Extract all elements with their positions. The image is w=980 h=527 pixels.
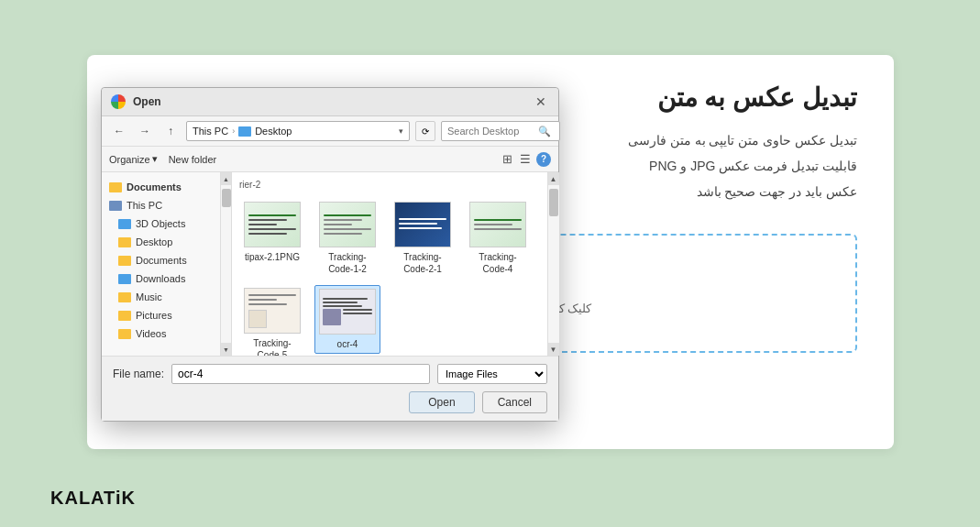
- dialog-bottom: File name: Image Files All Files Open Ca…: [102, 356, 558, 421]
- ocr4-t1: [343, 309, 372, 311]
- file-item-ocr4[interactable]: ocr-4: [314, 285, 380, 354]
- sidebar-item-desktop-label: Desktop: [136, 236, 172, 247]
- ocr4-t2: [343, 313, 372, 314]
- view-list-button[interactable]: ☰: [518, 150, 533, 168]
- tracking5-thumb-lines: [245, 291, 300, 332]
- file-thumb-tracking2: [394, 202, 451, 247]
- sidebar-item-this-pc[interactable]: This PC: [102, 196, 220, 214]
- ocr4-content: [320, 295, 375, 328]
- kalatik-logo: KALATiK: [50, 488, 136, 509]
- filename-row: File name: Image Files All Files: [113, 364, 547, 384]
- files-scroll-up[interactable]: ▲: [548, 172, 559, 185]
- desc-line3: عکس باید در جهت صحیح باشد: [697, 184, 857, 199]
- ocr4-photo-thumb: [323, 309, 341, 325]
- filename-input[interactable]: [171, 364, 430, 384]
- videos-icon: [118, 329, 131, 339]
- documents-icon: [109, 182, 122, 192]
- t2-line3: [399, 227, 442, 229]
- page-title: تبدیل عکس به متن: [657, 82, 857, 113]
- breadcrumb-folder-icon: [238, 126, 251, 137]
- file-name-ocr4: ocr-4: [337, 338, 358, 350]
- organize-toolbar: Organize ▾ New folder ⊞ ☰ ?: [102, 147, 558, 172]
- file-name-tipax: tipax-2.1PNG: [245, 251, 300, 263]
- sidebar-scrollbar: ▲ ▼: [221, 172, 232, 356]
- organize-arrow: ▾: [152, 153, 158, 165]
- new-folder-label: New folder: [169, 154, 217, 165]
- file-item-tipax[interactable]: tipax-2.1PNG: [239, 199, 305, 266]
- sidebar-item-videos[interactable]: Videos: [102, 324, 220, 343]
- filetype-select[interactable]: Image Files All Files: [437, 364, 547, 384]
- file-item-tracking4[interactable]: Tracking-Code-4: [465, 199, 531, 278]
- open-button[interactable]: Open: [409, 391, 474, 413]
- downloads-icon: [118, 274, 131, 284]
- music-icon: [118, 292, 131, 302]
- search-icon-button[interactable]: 🔍: [538, 126, 551, 137]
- files-scroll-thumb: [549, 189, 558, 216]
- nav-forward-button[interactable]: →: [135, 121, 155, 141]
- dialog-files-area: rier-2 tipax-2.1PNG: [232, 172, 547, 356]
- sidebar-item-documents-label: Documents: [127, 181, 182, 192]
- view-grid-button[interactable]: ⊞: [501, 150, 514, 168]
- open-file-dialog: Open ✕ ← → ↑ This PC › Desktop ▾ ⟳ 🔍 Org…: [101, 87, 559, 422]
- files-scroll-down[interactable]: ▼: [548, 343, 559, 356]
- nav-up-button[interactable]: ↑: [160, 121, 181, 141]
- breadcrumb-bar: This PC › Desktop ▾: [186, 121, 410, 141]
- organize-label: Organize: [109, 154, 150, 165]
- tracking1-thumb-lines: [320, 211, 375, 238]
- sidebar-scroll-thumb: [222, 189, 231, 207]
- file-thumb-ocr4: [319, 289, 376, 335]
- sidebar-item-desktop[interactable]: Desktop: [102, 233, 220, 251]
- breadcrumb-dropdown-arrow[interactable]: ▾: [399, 126, 403, 136]
- sidebar-item-pictures[interactable]: Pictures: [102, 306, 220, 324]
- desc-line2: قابلیت تبدیل فرمت عکس JPG و PNG: [649, 159, 857, 173]
- search-container: 🔍: [441, 121, 551, 141]
- this-pc-icon: [109, 201, 122, 211]
- file-name-tracking2: Tracking-Code-2-1: [392, 251, 453, 275]
- refresh-button[interactable]: ⟳: [415, 121, 435, 141]
- sidebar-scroll-up[interactable]: ▲: [221, 172, 231, 185]
- sidebar-item-music[interactable]: Music: [102, 288, 220, 306]
- nav-back-button[interactable]: ←: [109, 121, 129, 141]
- files-scrollbar: ▲ ▼: [547, 172, 558, 356]
- dialog-close-button[interactable]: ✕: [533, 93, 549, 110]
- filename-label: File name:: [113, 368, 164, 380]
- file-item-tracking2[interactable]: Tracking-Code-2-1: [390, 199, 456, 278]
- sidebar-item-3d-objects[interactable]: 3D Objects: [102, 214, 220, 233]
- tracking5-stamp: [248, 310, 267, 328]
- file-thumb-tracking5: [244, 288, 301, 334]
- pictures-icon: [118, 311, 131, 321]
- sidebar-scroll-down[interactable]: ▼: [221, 343, 231, 356]
- new-folder-button[interactable]: New folder: [169, 153, 217, 165]
- 3d-objects-icon: [118, 219, 131, 229]
- titlebar-left: Open: [111, 94, 161, 109]
- sidebar-item-downloads[interactable]: Downloads: [102, 269, 220, 288]
- ocr4-text-area: [343, 309, 372, 325]
- dialog-nav-toolbar: ← → ↑ This PC › Desktop ▾ ⟳ 🔍: [102, 116, 558, 147]
- breadcrumb-separator1: ›: [232, 126, 235, 136]
- file-item-tracking5[interactable]: Tracking-Code-5: [239, 285, 305, 356]
- cancel-button[interactable]: Cancel: [482, 391, 547, 413]
- tracking2-content: [395, 214, 450, 236]
- file-name-tracking4: Tracking-Code-4: [468, 251, 528, 275]
- dialog-buttons: Open Cancel: [113, 391, 547, 413]
- documents2-icon: [118, 256, 131, 266]
- file-item-tracking1[interactable]: Tracking-Code-1-2: [314, 199, 380, 278]
- t2-line1: [399, 218, 446, 220]
- sidebar-item-documents2[interactable]: Documents: [102, 251, 220, 269]
- sidebar-item-documents2-label: Documents: [136, 255, 187, 266]
- sidebar-item-videos-label: Videos: [136, 328, 166, 339]
- breadcrumb-desktop: Desktop: [255, 126, 292, 137]
- dialog-titlebar: Open ✕: [102, 88, 558, 116]
- file-name-tracking1: Tracking-Code-1-2: [317, 251, 378, 275]
- organize-button[interactable]: Organize ▾: [109, 153, 158, 165]
- toolbar2-right: ⊞ ☰ ?: [501, 150, 551, 168]
- ocr4-line3: [323, 305, 362, 307]
- desc-line1: تبدیل عکس حاوی متن تایپی به متن فارسی: [628, 133, 857, 148]
- sidebar-item-pictures-label: Pictures: [136, 310, 172, 321]
- dialog-sidebar: Documents This PC 3D Objects Desktop Doc…: [102, 172, 221, 356]
- sidebar-item-documents[interactable]: Documents: [102, 178, 220, 196]
- t2-line2: [399, 223, 437, 225]
- help-button[interactable]: ?: [536, 152, 551, 167]
- dialog-title: Open: [133, 95, 161, 108]
- sidebar-item-music-label: Music: [136, 291, 162, 302]
